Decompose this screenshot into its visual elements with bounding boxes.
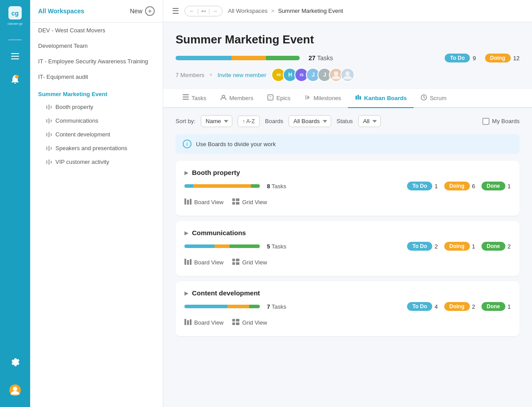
svg-rect-14 xyxy=(183,97,189,97)
svg-point-16 xyxy=(222,95,225,98)
board-chevron-0[interactable]: ▶ xyxy=(184,170,188,176)
all-workspaces-label[interactable]: All Workspaces xyxy=(38,8,84,15)
svg-rect-3 xyxy=(11,53,19,54)
svg-rect-29 xyxy=(187,260,189,265)
board-doing-2: Doing 2 xyxy=(444,302,475,311)
my-boards-checkbox[interactable]: My Boards xyxy=(482,118,520,125)
grid-view-btn-0[interactable]: Grid View xyxy=(232,197,267,208)
tab-icon-1 xyxy=(220,94,227,102)
board-done-pill-2: Done xyxy=(481,302,505,311)
svg-text:cg: cg xyxy=(12,10,19,17)
svg-rect-25 xyxy=(236,198,239,201)
kanban-mini-icon-2 xyxy=(46,118,52,124)
board-doing-pill-2: Doing xyxy=(444,302,470,311)
board-view-btn-0[interactable]: Board View xyxy=(184,197,223,208)
board-progress-0 xyxy=(184,184,260,188)
settings-icon[interactable] xyxy=(7,354,23,370)
hamburger-icon[interactable]: ☰ xyxy=(172,6,179,16)
boards-select[interactable]: All Boards xyxy=(289,115,331,127)
user-avatar-icon[interactable] xyxy=(7,382,23,398)
svg-rect-31 xyxy=(232,259,235,261)
page-title: Summer Marketing Event xyxy=(176,33,520,47)
board-card-0: ▶ Booth property 8 Tasks To Do 1 Doing 6… xyxy=(176,161,520,216)
svg-point-10 xyxy=(334,71,338,76)
svg-rect-26 xyxy=(232,202,235,205)
invite-link[interactable]: Invite new member xyxy=(218,72,266,78)
sort-select[interactable]: Name xyxy=(201,115,232,127)
sidebar-sub-speakers[interactable]: Speakers and presentations xyxy=(30,141,163,155)
grid-view-icon-1 xyxy=(232,259,239,266)
notifications-icon[interactable] xyxy=(7,71,23,87)
board-view-btn-1[interactable]: Board View xyxy=(184,257,223,268)
board-badges-0: To Do 1 Doing 6 Done 1 xyxy=(407,182,511,190)
board-badges-2: To Do 4 Doing 2 Done 1 xyxy=(407,302,511,311)
status-select[interactable]: All xyxy=(358,115,381,127)
checkbox-icon[interactable] xyxy=(482,118,489,125)
main-area: ☰ ← | ↤ | → All Workspaces > Summer Mark… xyxy=(163,0,532,407)
new-button[interactable]: New + xyxy=(130,6,155,16)
svg-rect-13 xyxy=(183,94,189,95)
svg-point-6 xyxy=(15,75,19,78)
tab-epics[interactable]: Epics xyxy=(260,89,297,108)
sidebar-item-it-security[interactable]: IT - Employee Security Awareness Trainin… xyxy=(30,54,163,69)
sidebar-item-dev-team[interactable]: Development Team xyxy=(30,38,163,54)
tab-kanban-boards[interactable]: Kanban Boards xyxy=(348,89,414,108)
sidebar-sub-booth[interactable]: Booth property xyxy=(30,100,163,114)
todo-count: 9 xyxy=(473,55,476,62)
my-boards-label: My Boards xyxy=(492,118,520,124)
board-stats-0: 8 Tasks To Do 1 Doing 6 Done 1 xyxy=(184,182,511,190)
sidebar-sub-vip[interactable]: VIP customer activity xyxy=(30,155,163,169)
board-done-pill-1: Done xyxy=(481,242,505,251)
board-todo-count-2: 4 xyxy=(434,303,438,310)
svg-rect-41 xyxy=(236,322,239,325)
doing-badge: Doing 12 xyxy=(485,54,520,62)
board-doing-1: Doing 1 xyxy=(444,242,475,251)
board-done-pill-0: Done xyxy=(481,182,505,190)
board-tasks-1: 5 Tasks xyxy=(267,243,286,250)
nav-prev-icon[interactable]: ↤ xyxy=(201,8,206,14)
tab-members[interactable]: Members xyxy=(213,89,260,108)
svg-rect-32 xyxy=(236,259,239,261)
tabs-row: TasksMembersEpicsMilestonesKanban Boards… xyxy=(163,89,532,108)
board-doing-pill-1: Doing xyxy=(444,242,470,251)
board-chevron-1[interactable]: ▶ xyxy=(184,230,188,236)
board-done-count-0: 1 xyxy=(508,183,511,190)
tab-tasks[interactable]: Tasks xyxy=(176,89,213,108)
svg-rect-20 xyxy=(360,96,361,100)
svg-point-12 xyxy=(345,71,350,76)
board-todo-count-0: 1 xyxy=(434,183,438,190)
grid-view-btn-2[interactable]: Grid View xyxy=(232,317,267,328)
sidebar-toggle-icon[interactable] xyxy=(7,48,23,64)
nav-next-icon[interactable]: → xyxy=(212,8,218,14)
sidebar-header: All Workspaces New + xyxy=(30,0,163,23)
board-chevron-2[interactable]: ▶ xyxy=(184,290,188,296)
new-plus-icon[interactable]: + xyxy=(145,6,155,16)
sort-az-button[interactable]: ↑ A-Z xyxy=(238,116,260,127)
sidebar-sub-content[interactable]: Content development xyxy=(30,128,163,141)
svg-rect-21 xyxy=(184,198,186,205)
avatar-photo-1 xyxy=(340,68,355,82)
nav-back-icon[interactable]: ← xyxy=(189,8,195,14)
board-view-btn-2[interactable]: Board View xyxy=(184,317,223,328)
board-done-2: Done 1 xyxy=(481,302,511,311)
sidebar-sub-communications[interactable]: Communications xyxy=(30,114,163,128)
tab-scrum[interactable]: Scrum xyxy=(414,89,454,108)
sidebar-item-dev-west-coast[interactable]: DEV - West Coast Movers xyxy=(30,23,163,38)
svg-rect-4 xyxy=(11,56,19,57)
breadcrumb-workspaces[interactable]: All Workspaces xyxy=(228,8,267,14)
svg-rect-18 xyxy=(356,96,357,100)
grid-view-btn-1[interactable]: Grid View xyxy=(232,257,267,268)
board-stats-1: 5 Tasks To Do 2 Doing 1 Done 2 xyxy=(184,242,511,251)
tasks-count: 27 Tasks xyxy=(309,54,333,62)
board-view-label-1: Board View xyxy=(194,259,223,266)
grid-view-label-0: Grid View xyxy=(242,199,267,205)
sidebar-item-it-equipment[interactable]: IT- Equipment audit xyxy=(30,69,163,85)
board-todo-pill-2: To Do xyxy=(407,302,432,311)
view-buttons-2: Board View Grid View xyxy=(184,317,511,328)
board-header-0: ▶ Booth property xyxy=(184,169,511,176)
tab-milestones[interactable]: Milestones xyxy=(297,89,348,108)
board-todo-1: To Do 2 xyxy=(407,242,438,251)
doing-count: 12 xyxy=(513,55,520,62)
kanban-mini-icon-4 xyxy=(46,146,52,151)
info-text: Use Boards to divide your work xyxy=(196,141,276,147)
